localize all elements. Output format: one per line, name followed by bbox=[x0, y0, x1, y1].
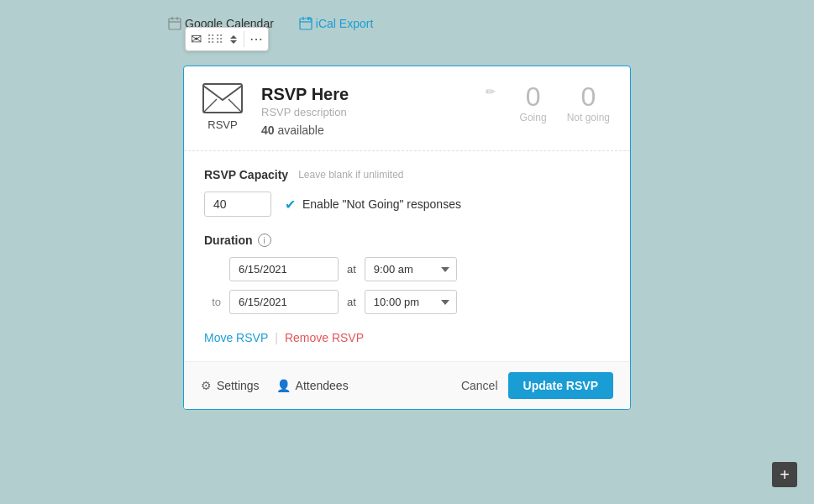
collapse-button[interactable] bbox=[228, 34, 239, 45]
modal-footer: ⚙ Settings 👤 Attendees Cancel Update RSV… bbox=[184, 361, 630, 409]
end-prefix: to bbox=[204, 296, 221, 308]
capacity-section-header: RSVP Capacity Leave blank if unlimited bbox=[204, 168, 610, 181]
settings-label: Settings bbox=[217, 379, 260, 392]
export-icon bbox=[299, 17, 312, 30]
not-going-stat: 0 Not going bbox=[567, 83, 610, 123]
start-at-label: at bbox=[347, 263, 356, 276]
capacity-label: RSVP Capacity bbox=[204, 168, 288, 181]
footer-left: ⚙ Settings 👤 Attendees bbox=[201, 379, 461, 392]
collapse-arrows-icon bbox=[228, 34, 239, 45]
edit-icon[interactable]: ✏ bbox=[486, 85, 496, 98]
move-rsvp-link[interactable]: Move RSVP bbox=[204, 331, 268, 344]
add-button[interactable]: + bbox=[772, 462, 797, 487]
drag-handle[interactable]: ⠿⠿ bbox=[207, 33, 223, 46]
svg-line-11 bbox=[228, 99, 242, 113]
rsvp-stats: 0 Going 0 Not going bbox=[520, 83, 610, 123]
checkbox-checked-icon[interactable]: ✔ bbox=[285, 197, 296, 213]
rsvp-available: 40 available bbox=[261, 123, 610, 137]
link-separator: | bbox=[275, 331, 278, 344]
modal-header: RSVP RSVP Here RSVP description 40 avail… bbox=[184, 66, 630, 151]
footer-right: Cancel Update RSVP bbox=[461, 372, 613, 399]
capacity-input[interactable] bbox=[204, 192, 271, 217]
start-date-input[interactable] bbox=[229, 257, 339, 281]
attendees-label: Attendees bbox=[296, 379, 349, 392]
links-row: Move RSVP | Remove RSVP bbox=[204, 331, 610, 344]
duration-start-row: at 9:00 am 9:30 am 10:00 am bbox=[204, 257, 610, 281]
svg-line-10 bbox=[203, 99, 217, 113]
end-date-input[interactable] bbox=[229, 290, 339, 314]
cancel-button[interactable]: Cancel bbox=[461, 379, 498, 392]
not-going-checkbox-row: ✔ Enable "Not Going" responses bbox=[285, 197, 461, 213]
svg-rect-4 bbox=[300, 18, 312, 29]
not-going-label: Not going bbox=[567, 112, 610, 123]
gear-icon: ⚙ bbox=[201, 379, 212, 392]
capacity-hint: Leave blank if unlimited bbox=[298, 169, 403, 181]
ical-export-label: iCal Export bbox=[316, 17, 373, 30]
going-label: Going bbox=[520, 112, 547, 123]
attendees-button[interactable]: 👤 Attendees bbox=[276, 379, 349, 392]
settings-button[interactable]: ⚙ Settings bbox=[201, 379, 260, 392]
end-time-select[interactable]: 10:00 pm 10:30 pm 11:00 pm bbox=[365, 290, 457, 314]
rsvp-envelope-icon bbox=[202, 83, 243, 113]
widget-toolbar: ✉ ⠿⠿ ⋯ bbox=[185, 27, 269, 51]
rsvp-icon-area: RSVP bbox=[201, 83, 261, 131]
attendees-icon: 👤 bbox=[276, 379, 291, 392]
svg-rect-9 bbox=[203, 84, 242, 113]
end-at-label: at bbox=[347, 296, 356, 308]
available-label: available bbox=[277, 123, 323, 137]
going-count: 0 bbox=[526, 83, 541, 110]
ical-export-link[interactable]: iCal Export bbox=[299, 17, 373, 30]
start-time-select[interactable]: 9:00 am 9:30 am 10:00 am bbox=[365, 257, 457, 281]
rsvp-modal: RSVP RSVP Here RSVP description 40 avail… bbox=[183, 66, 631, 410]
duration-header: Duration i bbox=[204, 234, 610, 247]
capacity-row: ✔ Enable "Not Going" responses bbox=[204, 192, 610, 217]
going-stat: 0 Going bbox=[520, 83, 547, 123]
more-options-button[interactable]: ⋯ bbox=[244, 31, 263, 47]
update-rsvp-button[interactable]: Update RSVP bbox=[508, 372, 613, 399]
checkbox-label: Enable "Not Going" responses bbox=[302, 197, 461, 211]
duration-label: Duration bbox=[204, 234, 253, 247]
duration-end-row: to at 10:00 pm 10:30 pm 11:00 pm bbox=[204, 290, 610, 314]
rsvp-icon-label: RSVP bbox=[207, 118, 237, 131]
available-count: 40 bbox=[261, 123, 275, 137]
duration-info-icon[interactable]: i bbox=[258, 234, 271, 247]
envelope-icon: ✉ bbox=[191, 31, 202, 47]
calendar-icon bbox=[168, 17, 181, 30]
remove-rsvp-link[interactable]: Remove RSVP bbox=[285, 331, 364, 344]
svg-rect-0 bbox=[169, 18, 181, 29]
not-going-count: 0 bbox=[580, 83, 596, 110]
modal-body: RSVP Capacity Leave blank if unlimited ✔… bbox=[184, 151, 630, 361]
duration-section: Duration i at 9:00 am 9:30 am 10:00 am t… bbox=[204, 234, 610, 314]
